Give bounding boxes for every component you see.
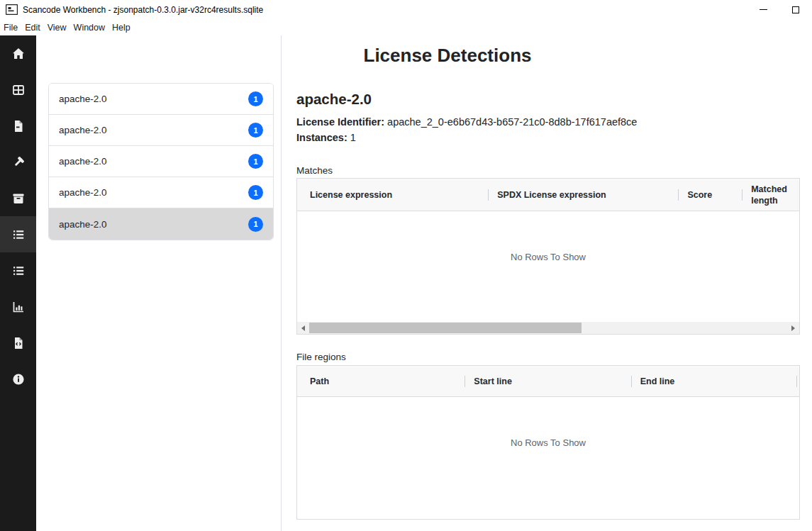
column-header-end-line[interactable]: End line [631,366,799,396]
matches-table-body: No Rows To Show [297,211,799,322]
license-name: apache-2.0 [59,187,107,198]
column-header-license-expression[interactable]: License expression [297,179,488,211]
matches-label: Matches [296,165,333,176]
menu-view[interactable]: View [44,21,70,34]
maximize-icon [792,6,799,13]
sidebar-item-file-info[interactable] [0,108,36,144]
info-circle-icon [11,372,26,386]
window-controls [747,0,812,19]
count-badge: 1 [248,123,263,138]
license-name: apache-2.0 [59,125,107,135]
file-regions-label: File regions [296,352,346,362]
instances-value: 1 [350,132,356,143]
sidebar-item-packages[interactable] [0,180,36,216]
scroll-right-button[interactable] [787,322,799,334]
license-name: apache-2.0 [59,219,107,230]
file-regions-table-header: Path Start line End line [297,366,799,397]
page-title: License Detections [355,45,540,67]
titlebar: Scancode Workbench - zjsonpatch-0.3.0.ja… [0,0,812,19]
instances-label: Instances: [296,132,347,143]
sidebar-item-license-detections[interactable] [0,216,36,252]
file-regions-table-body: No Rows To Show [297,397,799,519]
column-header-start-line[interactable]: Start line [465,366,630,396]
sidebar-item-charts[interactable] [0,289,36,325]
matches-horizontal-scrollbar[interactable] [297,322,799,334]
menu-help[interactable]: Help [109,21,134,34]
main-content: License Detections apache-2.0 License Id… [282,35,812,531]
file-code-icon [11,336,26,350]
sidebar [0,35,36,531]
scroll-right-icon [791,325,795,331]
count-badge: 1 [248,217,263,232]
license-list-panel: apache-2.0 1 apache-2.0 1 apache-2.0 1 a… [36,35,281,531]
file-regions-table: Path Start line End line No Rows To Show [296,365,800,520]
archive-box-icon [11,191,26,206]
matches-table: License expression SPDX License expressi… [296,178,800,335]
count-badge: 1 [248,91,263,106]
gavel-icon [11,155,26,169]
menu-window[interactable]: Window [70,21,109,34]
license-list-item-selected[interactable]: apache-2.0 1 [49,208,273,240]
column-header-score[interactable]: Score [678,179,742,211]
sidebar-item-table[interactable] [0,72,36,108]
column-header-path[interactable]: Path [297,366,465,396]
sidebar-item-policies[interactable] [0,144,36,180]
matches-empty-message: No Rows To Show [297,252,799,262]
sidebar-item-export-json[interactable] [0,325,36,361]
scrollbar-thumb[interactable] [309,323,582,333]
window-title: Scancode Workbench - zjsonpatch-0.3.0.ja… [23,5,263,15]
license-list: apache-2.0 1 apache-2.0 1 apache-2.0 1 a… [48,83,274,240]
license-list-item[interactable]: apache-2.0 1 [49,177,273,208]
app-icon [6,4,18,15]
license-list-item[interactable]: apache-2.0 1 [49,146,273,177]
minimize-button[interactable] [747,0,779,19]
license-identifier-label: License Identifier: [296,116,384,128]
license-detail: apache-2.0 License Identifier:apache_2_0… [296,91,637,145]
instances-line: Instances:1 [296,130,637,145]
matches-table-header: License expression SPDX License expressi… [297,179,799,211]
license-name: apache-2.0 [59,156,107,167]
detail-heading: apache-2.0 [296,91,637,108]
column-header-spdx-license-expression[interactable]: SPDX License expression [488,179,678,211]
file-text-icon [11,119,26,133]
sidebar-item-license-list[interactable] [0,252,36,289]
column-header-matched-length[interactable]: Matched length [742,179,799,211]
menu-bar: File Edit View Window Help [0,19,812,35]
list-icon [11,264,26,278]
minimize-icon [760,9,767,10]
count-badge: 1 [248,185,263,200]
license-name: apache-2.0 [59,94,107,104]
count-badge: 1 [248,154,263,169]
menu-edit[interactable]: Edit [21,21,44,34]
home-icon [11,47,26,61]
sidebar-item-home[interactable] [0,35,36,72]
maximize-button[interactable] [779,0,812,19]
sidebar-item-about[interactable] [0,361,36,397]
license-identifier-line: License Identifier:apache_2_0-e6b67d43-b… [296,114,637,130]
scroll-left-button[interactable] [297,322,309,334]
license-list-item[interactable]: apache-2.0 1 [49,84,273,115]
file-regions-empty-message: No Rows To Show [297,437,799,448]
grid-table-icon [11,83,26,97]
scroll-left-icon [301,325,305,331]
menu-file[interactable]: File [0,21,21,34]
license-identifier-value: apache_2_0-e6b67d43-b657-21c0-8d8b-17f61… [387,116,637,128]
license-list-item[interactable]: apache-2.0 1 [49,115,273,146]
list-icon [11,228,26,242]
bar-chart-icon [11,300,26,314]
